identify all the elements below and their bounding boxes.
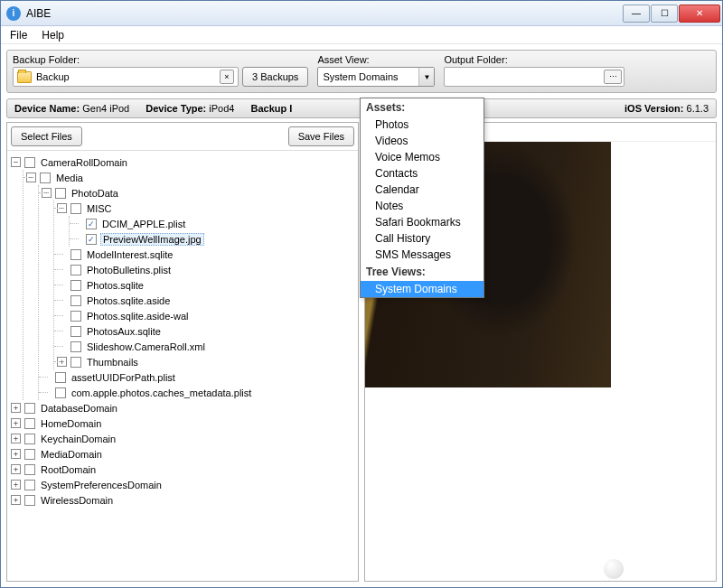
tree-item-label[interactable]: PhotoData	[70, 188, 120, 199]
asset-view-combo[interactable]: System Domains ▼	[317, 67, 435, 87]
asset-view-value: System Domains	[318, 71, 418, 82]
backup-folder-value: Backup	[36, 71, 70, 82]
globe-icon	[604, 559, 624, 579]
dropdown-item[interactable]: Videos	[361, 133, 484, 149]
output-folder-input[interactable]: ⋯	[444, 67, 624, 87]
ios-version-label: iOS Version:	[624, 103, 683, 114]
dropdown-item[interactable]: System Domains	[361, 281, 484, 297]
tree-item-label[interactable]: Photos.sqlite.aside-wal	[85, 311, 191, 322]
tree-toggle[interactable]: +	[11, 480, 21, 490]
dropdown-item[interactable]: Photos	[361, 117, 484, 133]
tree-toggle[interactable]: +	[11, 495, 21, 505]
tree-item-label[interactable]: CameraRollDomain	[39, 157, 129, 168]
select-files-button[interactable]: Select Files	[11, 126, 82, 146]
tree-checkbox[interactable]: ✓	[86, 234, 97, 245]
clear-backup-button[interactable]: ×	[220, 70, 234, 84]
backup-folder-input[interactable]: Backup ×	[13, 67, 239, 87]
tree-checkbox[interactable]	[24, 418, 35, 429]
titlebar: i AIBE — ☐ ✕	[1, 1, 722, 26]
tree-item-label[interactable]: KeychainDomain	[39, 434, 117, 444]
tree-item-label[interactable]: PhotosAux.sqlite	[85, 326, 163, 337]
menu-help[interactable]: Help	[34, 27, 71, 43]
tree-checkbox[interactable]	[70, 311, 81, 322]
tree-toggle[interactable]: +	[11, 434, 21, 443]
tree-checkbox[interactable]	[70, 203, 81, 214]
tree-item-label[interactable]: WirelessDomain	[39, 495, 115, 506]
backups-button[interactable]: 3 Backups	[242, 67, 308, 87]
tree-checkbox[interactable]	[24, 157, 35, 168]
tree-item-label[interactable]: Photos.sqlite.aside	[85, 295, 172, 306]
tree-checkbox[interactable]	[70, 326, 81, 337]
tree-item-label[interactable]: Thumbnails	[85, 357, 140, 368]
tree-item-label[interactable]: com.apple.photos.caches_metadata.plist	[70, 387, 253, 398]
tree-checkbox[interactable]	[40, 173, 51, 183]
menu-file[interactable]: File	[3, 27, 34, 43]
tree-toggle[interactable]: −	[11, 157, 21, 167]
tree-checkbox[interactable]	[70, 295, 81, 306]
tree-checkbox[interactable]	[55, 372, 66, 383]
watermark: LO4D.com	[604, 559, 712, 579]
dropdown-item[interactable]: Voice Memos	[361, 149, 484, 165]
dropdown-item[interactable]: Notes	[361, 198, 484, 214]
left-panel: Select Files Save Files −CameraRollDomai…	[6, 122, 359, 582]
app-icon: i	[6, 6, 21, 21]
tree-toggle[interactable]: −	[42, 188, 52, 198]
tree-item-label[interactable]: Slideshow.CameraRoll.xml	[85, 341, 207, 352]
tree-item-label[interactable]: SystemPreferencesDomain	[39, 480, 164, 490]
tree-checkbox[interactable]	[70, 280, 81, 291]
tree-toggle[interactable]: +	[11, 464, 21, 474]
tree-toggle[interactable]: +	[11, 403, 21, 413]
tree-item-label[interactable]: Photos.sqlite	[85, 280, 146, 291]
tree-toggle[interactable]: −	[57, 203, 67, 213]
tree-checkbox[interactable]	[24, 449, 35, 460]
tree-item-label[interactable]: MISC	[85, 203, 114, 214]
tree-checkbox[interactable]	[24, 403, 35, 414]
tree-item-label[interactable]: RootDomain	[39, 464, 98, 475]
tree-item-label[interactable]: HomeDomain	[39, 418, 103, 429]
left-panel-toolbar: Select Files Save Files	[7, 123, 358, 151]
close-button[interactable]: ✕	[679, 5, 720, 23]
tree-toggle[interactable]: +	[11, 418, 21, 428]
tree-toggle	[72, 234, 82, 244]
tree-item-label[interactable]: Media	[54, 173, 85, 183]
dropdown-item[interactable]: Calendar	[361, 182, 484, 198]
tree-checkbox[interactable]: ✓	[86, 219, 97, 229]
tree-checkbox[interactable]	[24, 480, 35, 490]
tree-toggle[interactable]: +	[11, 449, 21, 459]
tree-checkbox[interactable]	[55, 387, 66, 398]
backup-folder-label: Backup Folder:	[13, 54, 308, 65]
tree-checkbox[interactable]	[70, 249, 81, 260]
tree-toggle	[57, 265, 67, 275]
tree-checkbox[interactable]	[24, 464, 35, 475]
dropdown-item[interactable]: SMS Messages	[361, 247, 484, 263]
menubar: File Help	[1, 26, 722, 44]
chevron-down-icon[interactable]: ▼	[418, 68, 434, 86]
tree-checkbox[interactable]	[24, 495, 35, 506]
tree-toggle	[57, 311, 67, 321]
output-folder-label: Output Folder:	[444, 54, 710, 65]
asset-view-dropdown: Assets: PhotosVideosVoice MemosContactsC…	[360, 98, 484, 298]
tree-checkbox[interactable]	[70, 357, 81, 368]
device-type-label: Device Type:	[146, 103, 206, 114]
tree-item-label[interactable]: assetUUIDForPath.plist	[70, 372, 177, 383]
browse-output-button[interactable]: ⋯	[604, 70, 622, 84]
save-files-button[interactable]: Save Files	[288, 126, 354, 146]
dropdown-item[interactable]: Call History	[361, 230, 484, 247]
dropdown-item[interactable]: Safari Bookmarks	[361, 214, 484, 230]
tree-item-label[interactable]: ModelInterest.sqlite	[85, 249, 174, 260]
tree-item-label[interactable]: DCIM_APPLE.plist	[100, 219, 187, 229]
tree-checkbox[interactable]	[70, 265, 81, 275]
tree-checkbox[interactable]	[24, 434, 35, 444]
file-tree[interactable]: −CameraRollDomain−Media−PhotoData−MISC✓D…	[7, 151, 358, 581]
tree-toggle[interactable]: +	[57, 357, 67, 367]
tree-item-label[interactable]: PhotoBulletins.plist	[85, 265, 173, 275]
tree-checkbox[interactable]	[55, 188, 66, 199]
tree-item-label[interactable]: MediaDomain	[39, 449, 104, 460]
tree-item-label[interactable]: PreviewWellImage.jpg	[100, 233, 204, 246]
maximize-button[interactable]: ☐	[651, 5, 678, 23]
tree-item-label[interactable]: DatabaseDomain	[39, 403, 119, 414]
tree-toggle[interactable]: −	[26, 173, 36, 182]
dropdown-item[interactable]: Contacts	[361, 165, 484, 182]
minimize-button[interactable]: —	[623, 5, 650, 23]
tree-checkbox[interactable]	[70, 341, 81, 352]
